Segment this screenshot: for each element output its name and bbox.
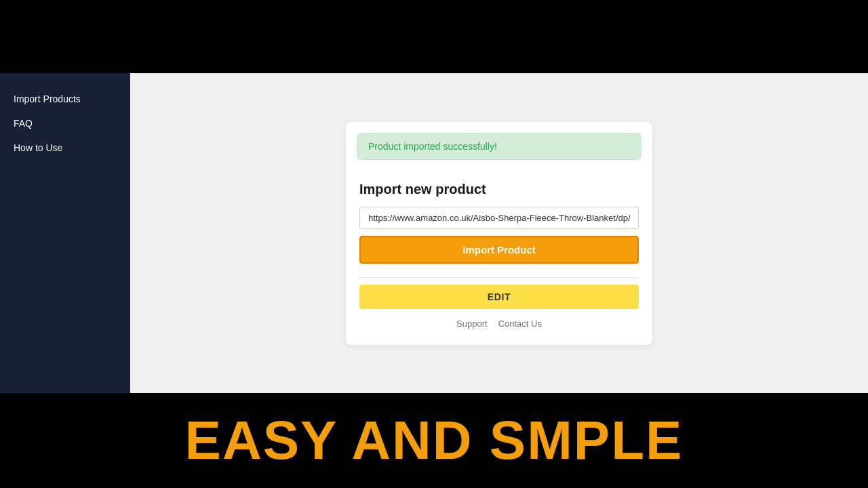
sidebar: Import Products FAQ How to Use [0, 73, 130, 393]
sidebar-item-import-products[interactable]: Import Products [0, 87, 130, 111]
divider [359, 277, 639, 278]
success-banner: Product imported successfully! [357, 133, 642, 160]
tagline: EASY AND SMPLE [185, 409, 684, 472]
footer-links: Support Contact Us [359, 319, 639, 331]
main-card: Product imported successfully! Import ne… [346, 122, 652, 345]
card-body: Import new product Import Product EDIT S… [346, 171, 652, 345]
sidebar-item-how-to-use[interactable]: How to Use [0, 136, 130, 160]
url-input[interactable] [359, 207, 639, 229]
import-product-button[interactable]: Import Product [359, 236, 639, 264]
success-message: Product imported successfully! [368, 141, 497, 152]
sidebar-item-faq[interactable]: FAQ [0, 111, 130, 136]
edit-button[interactable]: EDIT [359, 285, 639, 309]
contact-us-link[interactable]: Contact Us [498, 319, 542, 329]
top-black-bar [0, 0, 868, 73]
content-area: Product imported successfully! Import ne… [130, 73, 868, 393]
bottom-black-bar: EASY AND SMPLE [0, 393, 868, 488]
main-area: Import Products FAQ How to Use Product i… [0, 73, 868, 393]
import-title: Import new product [359, 182, 639, 197]
support-link[interactable]: Support [456, 319, 488, 329]
